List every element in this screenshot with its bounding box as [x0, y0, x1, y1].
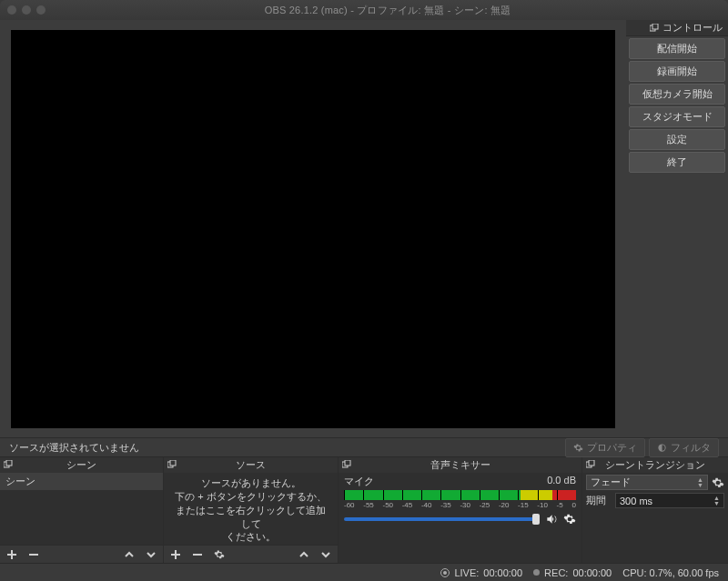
audio-mixer-title: 音声ミキサー — [430, 458, 490, 472]
audio-meter-scale: -60 -55 -50 -45 -40 -35 -30 -25 -20 -15 … — [344, 501, 576, 509]
scenes-panel-header: シーン — [0, 457, 163, 473]
scale-tick: -15 — [518, 501, 529, 509]
scale-tick: -40 — [421, 501, 432, 509]
start-virtual-camera-button[interactable]: 仮想カメラ開始 — [629, 84, 725, 105]
add-source-button[interactable] — [169, 548, 182, 561]
sources-list[interactable]: ソースがありません。 下の + ボタンをクリックするか、 またはここを右クリック… — [164, 473, 338, 545]
properties-label: プロパティ — [587, 441, 637, 455]
transition-select[interactable]: フェード ▲▼ — [586, 475, 708, 490]
start-recording-button[interactable]: 録画開始 — [629, 61, 725, 82]
gear-icon[interactable] — [712, 476, 724, 489]
scale-tick: -20 — [499, 501, 510, 509]
add-scene-button[interactable] — [5, 548, 18, 561]
list-item[interactable]: シーン — [0, 473, 163, 490]
svg-rect-1 — [652, 24, 658, 29]
filter-icon — [657, 443, 667, 453]
scenes-toolbar — [0, 545, 163, 563]
sources-toolbar — [164, 545, 338, 563]
scale-tick: -55 — [363, 501, 374, 509]
gear-icon — [573, 443, 583, 453]
move-source-up-button[interactable] — [298, 548, 310, 561]
popout-icon[interactable] — [167, 460, 177, 469]
sources-title: ソース — [236, 458, 266, 472]
close-window-icon[interactable] — [7, 5, 16, 15]
chevron-updown-icon: ▲▼ — [697, 477, 703, 488]
scale-tick: -25 — [480, 501, 490, 509]
source-toolbar: ソースが選択されていません プロパティ フィルタ — [0, 437, 728, 457]
duration-input[interactable]: 300 ms ▲▼ — [615, 493, 724, 508]
scale-tick: -35 — [440, 501, 451, 509]
remove-scene-button[interactable] — [27, 548, 40, 561]
speaker-icon[interactable] — [545, 513, 558, 526]
controls-dock-title: コントロール — [662, 21, 723, 35]
window-traffic-lights[interactable] — [7, 5, 46, 15]
stepper-icon[interactable]: ▲▼ — [713, 496, 720, 506]
record-indicator-icon — [533, 569, 540, 576]
settings-button[interactable]: 設定 — [629, 129, 725, 150]
sources-panel-header: ソース — [164, 457, 338, 473]
transition-selected: フェード — [591, 476, 631, 489]
filters-label: フィルタ — [671, 441, 711, 455]
svg-rect-3 — [6, 460, 12, 466]
popout-icon[interactable] — [586, 460, 595, 469]
sources-empty-message: ソースがありません。 下の + ボタンをクリックするか、 またはここを右クリック… — [164, 473, 338, 545]
scale-tick: -45 — [402, 501, 413, 509]
transitions-title: シーントランジション — [605, 458, 705, 472]
transitions-body: フェード ▲▼ 期間 300 ms ▲▼ — [582, 473, 728, 563]
zoom-window-icon[interactable] — [36, 5, 46, 15]
scale-tick: 0 — [571, 501, 575, 509]
controls-dock-header: コントロール — [626, 20, 728, 36]
window-title: OBS 26.1.2 (mac) - プロファイル: 無題 - シーン: 無題 — [55, 4, 721, 17]
titlebar: OBS 26.1.2 (mac) - プロファイル: 無題 - シーン: 無題 — [0, 0, 728, 20]
transitions-header: シーントランジション — [582, 457, 728, 473]
audio-mixer-body: マイク 0.0 dB -60 -55 -50 -45 -40 -35 -30 — [339, 473, 581, 563]
scale-tick: -60 — [344, 501, 355, 509]
duration-label: 期間 — [586, 494, 612, 507]
cpu-status: CPU: 0.7%, 60.00 fps — [622, 567, 719, 578]
audio-track-level: 0.0 dB — [547, 475, 576, 488]
source-properties-button[interactable] — [213, 548, 226, 561]
move-scene-up-button[interactable] — [123, 548, 136, 561]
move-scene-down-button[interactable] — [145, 548, 157, 561]
properties-button[interactable]: プロパティ — [565, 438, 645, 457]
scenes-list[interactable]: シーン — [0, 473, 163, 545]
cpu-text: CPU: 0.7%, 60.00 fps — [622, 567, 719, 578]
live-indicator-icon — [440, 568, 450, 577]
popout-icon[interactable] — [342, 460, 351, 469]
rec-label: REC: — [544, 567, 568, 578]
scale-tick: -30 — [460, 501, 470, 509]
exit-button[interactable]: 終了 — [629, 152, 725, 173]
text-line: 下の + ボタンをクリックするか、 — [173, 490, 329, 504]
scale-tick: -5 — [557, 501, 563, 509]
preview-canvas[interactable] — [11, 30, 615, 428]
rec-time: 00:00:00 — [572, 567, 612, 578]
preview-area-container — [0, 20, 626, 437]
text-line: ください。 — [173, 530, 329, 544]
studio-mode-button[interactable]: スタジオモード — [629, 106, 725, 127]
gear-icon[interactable] — [563, 513, 576, 526]
live-label: LIVE: — [454, 567, 479, 578]
text-line: ソースがありません。 — [173, 476, 329, 490]
filters-button[interactable]: フィルタ — [649, 438, 719, 457]
svg-rect-10 — [345, 460, 350, 466]
move-source-down-button[interactable] — [319, 548, 332, 561]
docks-row: シーン シーン ソース ソースがありません。 下の + ボ — [0, 457, 728, 563]
controls-dock: コントロール 配信開始 録画開始 仮想カメラ開始 スタジオモード 設定 終了 — [626, 20, 728, 437]
status-bar: LIVE: 00:00:00 REC: 00:00:00 CPU: 0.7%, … — [0, 563, 728, 581]
live-time: 00:00:00 — [483, 567, 522, 578]
popout-icon[interactable] — [650, 24, 659, 33]
scenes-title: シーン — [66, 458, 96, 472]
volume-slider[interactable] — [344, 517, 540, 521]
start-streaming-button[interactable]: 配信開始 — [629, 38, 725, 59]
scale-tick: -50 — [382, 501, 393, 509]
no-source-selected-label: ソースが選択されていません — [9, 441, 139, 455]
minimize-window-icon[interactable] — [22, 5, 31, 15]
text-line: またはここを右クリックして追加して — [173, 504, 329, 531]
main-area: コントロール 配信開始 録画開始 仮想カメラ開始 スタジオモード 設定 終了 — [0, 20, 728, 437]
transitions-panel: シーントランジション フェード ▲▼ 期間 300 ms ▲▼ — [582, 457, 728, 563]
scale-tick: -10 — [537, 501, 548, 509]
obs-window: OBS 26.1.2 (mac) - プロファイル: 無題 - シーン: 無題 … — [0, 0, 728, 581]
popout-icon[interactable] — [4, 460, 13, 469]
svg-rect-5 — [170, 460, 176, 466]
remove-source-button[interactable] — [191, 548, 204, 561]
